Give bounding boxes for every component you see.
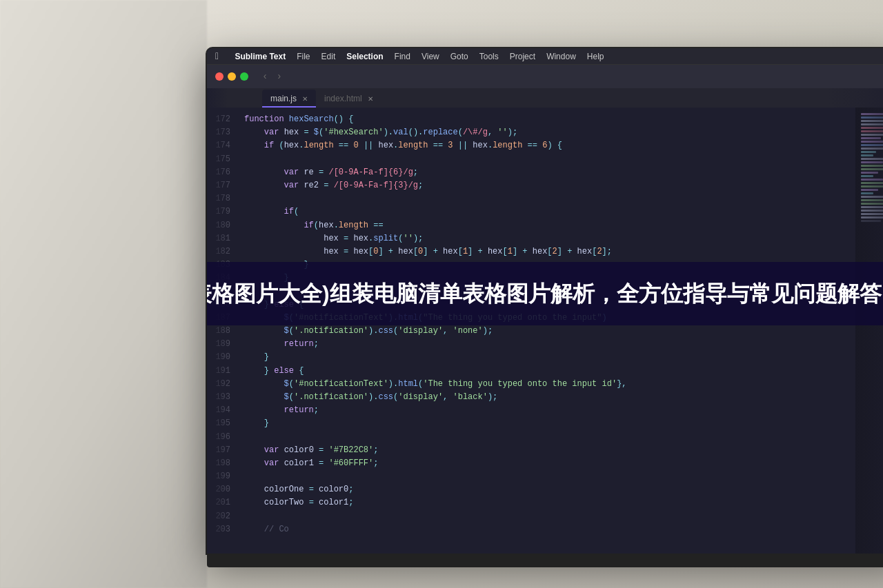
menu-selection[interactable]: Selection — [346, 52, 383, 61]
code-line-202 — [244, 510, 855, 523]
menu-goto[interactable]: Goto — [450, 52, 468, 61]
code-line-182: hex = hex[0] + hex[0] + hex[1] + hex[1] … — [244, 245, 855, 258]
code-line-173: var hex = $('#hexSearch').val().replace(… — [244, 126, 855, 139]
back-arrow[interactable]: ‹ — [259, 70, 270, 83]
tab-main-js[interactable]: main.js ✕ — [262, 90, 316, 108]
menu-bar:  Sublime Text File Edit Selection Find … — [207, 48, 883, 65]
overlay-banner: (组装电脑清单表格图片大全)组装电脑清单表格图片解析，全方位指导与常见问题解答 — [207, 262, 883, 325]
menu-edit[interactable]: Edit — [321, 52, 336, 61]
code-line-195: } — [244, 417, 855, 430]
code-line-174: if (hex.length == 0 || hex.length == 3 |… — [244, 139, 855, 152]
tab-main-js-label: main.js — [270, 94, 297, 103]
screen:  Sublime Text File Edit Selection Find … — [207, 48, 883, 554]
code-line-191: } else { — [244, 365, 855, 378]
menu-find[interactable]: Find — [395, 52, 410, 61]
code-line-189: return; — [244, 338, 855, 351]
overlay-text: (组装电脑清单表格图片大全)组装电脑清单表格图片解析，全方位指导与常见问题解答 — [207, 277, 883, 310]
code-line-176: var re = /[0-9A-Fa-f]{6}/g; — [244, 166, 855, 179]
code-editor: 172 173 174 175 176 177 178 179 180 181 … — [207, 108, 883, 554]
code-line-199 — [244, 470, 855, 483]
code-line-193: $('.notification').css('display', 'black… — [244, 391, 855, 404]
menu-window[interactable]: Window — [546, 52, 576, 61]
tabs-bar: main.js ✕ index.html ✕ — [207, 88, 883, 108]
tab-main-js-close[interactable]: ✕ — [302, 95, 308, 103]
nav-arrows: ‹ › — [259, 70, 285, 83]
monitor-bezel:  Sublime Text File Edit Selection Find … — [207, 48, 883, 554]
code-content[interactable]: function hexSearch() { var hex = $('#hex… — [239, 108, 855, 554]
forward-arrow[interactable]: › — [273, 70, 284, 83]
maximize-button[interactable] — [240, 72, 248, 81]
tab-index-html-label: index.html — [324, 94, 362, 103]
code-line-196 — [244, 431, 855, 444]
code-line-172: function hexSearch() { — [244, 113, 855, 126]
code-line-192: $('#notificationText').html('The thing y… — [244, 378, 855, 391]
code-line-178 — [244, 192, 855, 205]
code-line-180: if(hex.length == — [244, 219, 855, 232]
code-line-175 — [244, 153, 855, 166]
menu-project[interactable]: Project — [510, 52, 535, 61]
line-numbers: 172 173 174 175 176 177 178 179 180 181 … — [207, 108, 239, 554]
code-line-203: // Co — [244, 523, 855, 536]
code-line-201: colorTwo = color1; — [244, 496, 855, 509]
code-line-188: $('.notification').css('display', 'none'… — [244, 325, 855, 338]
code-line-200: colorOne = color0; — [244, 483, 855, 496]
code-line-194: return; — [244, 404, 855, 417]
menu-sublime-text[interactable]: Sublime Text — [235, 52, 286, 61]
tab-index-html[interactable]: index.html ✕ — [316, 90, 381, 108]
code-line-177: var re2 = /[0-9A-Fa-f]{3}/g; — [244, 179, 855, 192]
menu-file[interactable]: File — [297, 52, 310, 61]
monitor-wrapper:  Sublime Text File Edit Selection Find … — [193, 21, 883, 588]
minimap — [855, 108, 883, 554]
title-bar: ‹ › — [207, 65, 883, 88]
left-side-blur — [0, 0, 207, 588]
code-line-181: hex = hex.split(''); — [244, 232, 855, 245]
traffic-lights — [215, 72, 248, 81]
menu-view[interactable]: View — [421, 52, 439, 61]
menu-help[interactable]: Help — [587, 52, 604, 61]
code-line-179: if( — [244, 205, 855, 219]
menu-tools[interactable]: Tools — [479, 52, 499, 61]
code-line-198: var color1 = '#60FFFF'; — [244, 457, 855, 470]
minimize-button[interactable] — [228, 72, 236, 81]
monitor-bottom — [207, 554, 883, 567]
close-button[interactable] — [215, 72, 224, 81]
code-line-197: var color0 = '#7B22C8'; — [244, 444, 855, 457]
code-line-190: } — [244, 351, 855, 364]
tab-index-html-close[interactable]: ✕ — [368, 95, 373, 103]
apple-icon:  — [215, 51, 221, 62]
